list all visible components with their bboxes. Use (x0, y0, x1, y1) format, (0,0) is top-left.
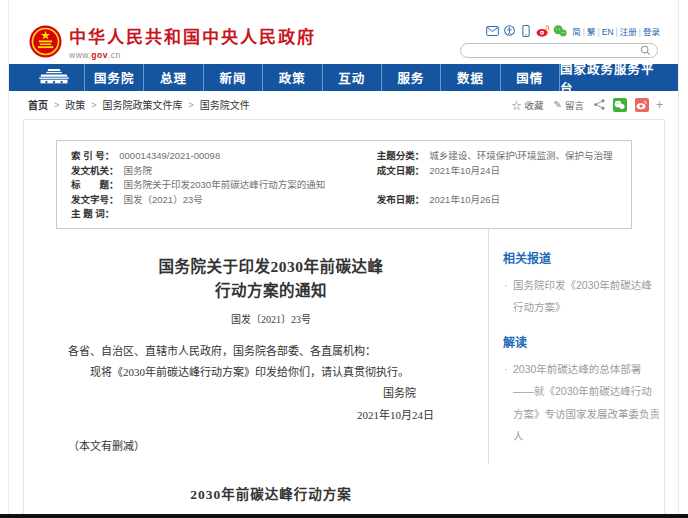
meta-row-issuer: 发文机关：国务院 (71, 164, 377, 179)
related-report-link[interactable]: 国务院印发《2030年前碳达峰行动方案》 (503, 274, 660, 319)
nav-item-gov-service-platform[interactable]: 国家政务服务平台 (560, 64, 665, 91)
url-gov: gov (91, 50, 108, 60)
document-title: 国务院关于印发2030年前碳达峰 行动方案的通知 (68, 255, 474, 303)
comment-button[interactable]: ✎ 留言 (554, 98, 584, 112)
tiananmen-icon (37, 68, 71, 87)
breadcrumb-policy[interactable]: 政策 (65, 97, 85, 112)
breadcrumb-separator: > (91, 100, 96, 110)
meta-doc-number-value: 国发（2021）23号 (124, 193, 203, 208)
star-icon: ☆ (512, 97, 522, 112)
wechat-icon[interactable] (553, 24, 567, 37)
window-bottom-edge (0, 514, 688, 518)
nav-item-state-council[interactable]: 国务院 (85, 64, 144, 91)
document-sign-date: 2021年10月24日 (68, 405, 474, 426)
meta-row-doc-number: 发文字号：国发（2021）23号 (71, 193, 377, 208)
meta-left-column: 索 引 号：000014349/2021-00098 发文机关：国务院 标 题：… (71, 149, 377, 222)
interpretation-link[interactable]: 2030年前碳达峰的总体部署——就《2030年前碳达峰行动方案》专访国家发展改革… (503, 358, 660, 448)
document-addressees: 各省、自治区、直辖市人民政府，国务院各部委、各直属机构： (68, 341, 474, 362)
lang-english[interactable]: EN (602, 27, 614, 37)
document-meta-box: 索 引 号：000014349/2021-00098 发文机关：国务院 标 题：… (56, 140, 632, 229)
site-header: 中华人民共和国中央人民政府 www.gov.cn (9, 0, 678, 64)
doc-toolbar: ☆ 收藏 ✎ 留言 + (502, 97, 663, 112)
meta-publish-date-value: 2021年10月26日 (429, 193, 500, 208)
meta-row-publish-date: 发布日期：2021年10月26日 (377, 193, 617, 208)
meta-title-value: 国务院关于印发2030年前碳达峰行动方案的通知 (124, 178, 326, 193)
nav-item-services[interactable]: 服务 (382, 64, 441, 91)
breadcrumb-policy-library[interactable]: 国务院政策文件库 (103, 97, 183, 112)
lang-separator: | (616, 27, 618, 37)
accessibility-icon[interactable] (502, 24, 516, 37)
meta-row-title: 标 题：国务院关于印发2030年前碳达峰行动方案的通知 (71, 178, 377, 193)
breadcrumb-state-council-docs[interactable]: 国务院文件 (200, 97, 250, 112)
nav-item-news[interactable]: 新闻 (204, 64, 263, 91)
breadcrumb-separator: > (54, 100, 59, 110)
document-title-line1: 国务院关于印发2030年前碳达峰 (68, 255, 474, 279)
main-nav: 国务院 总理 新闻 政策 互动 服务 数据 国情 国家政务服务平台 (9, 64, 678, 91)
nav-item-policy[interactable]: 政策 (263, 64, 322, 91)
meta-right-column: 主题分类：城乡建设、环境保护\环境监测、保护与治理 成文日期：2021年10月2… (377, 149, 617, 222)
search-input[interactable] (467, 45, 640, 57)
search-icon[interactable] (640, 45, 651, 56)
meta-index-value: 000014349/2021-00098 (119, 149, 220, 164)
mobile-app-icon[interactable] (519, 24, 533, 37)
site-url: www.gov.cn (69, 50, 316, 60)
meta-issuer-value: 国务院 (124, 164, 153, 179)
brand-text: 中华人民共和国中央人民政府 www.gov.cn (69, 23, 316, 60)
more-share-button[interactable]: + (656, 98, 663, 112)
browser-page: 中华人民共和国中央人民政府 www.gov.cn (8, 0, 679, 514)
document-body-wrap: 国务院关于印发2030年前碳达峰 行动方案的通知 国发〔2021〕23号 各省、… (24, 229, 664, 518)
wechat-share-icon[interactable] (613, 98, 627, 112)
lang-links: 简|繁|EN|注册|登录 (572, 25, 660, 37)
weibo-share-icon[interactable] (635, 98, 649, 112)
document-title-line2: 行动方案的通知 (68, 279, 474, 303)
document-signer: 国务院 (68, 383, 474, 404)
site-title: 中华人民共和国中央人民政府 (69, 23, 316, 48)
share-icon[interactable] (594, 99, 605, 110)
related-reports-heading: 相关报道 (503, 249, 660, 266)
national-emblem-logo (29, 25, 62, 58)
nav-item-data[interactable]: 数据 (441, 64, 500, 91)
meta-row-category: 主题分类：城乡建设、环境保护\环境监测、保护与治理 (377, 149, 617, 164)
document-main: 国务院关于印发2030年前碳达峰 行动方案的通知 国发〔2021〕23号 各省、… (32, 229, 488, 518)
lang-separator: | (598, 27, 600, 37)
header-right: 简|繁|EN|注册|登录 (460, 24, 660, 58)
document-paragraph: 现将《2030年前碳达峰行动方案》印发给你们，请认真贯彻执行。 (68, 362, 474, 383)
site-search-box[interactable] (460, 43, 658, 58)
action-plan-title: 2030年前碳达峰行动方案 (68, 483, 474, 503)
url-www: www. (69, 50, 91, 60)
interpretation-heading: 解读 (503, 333, 660, 350)
nav-item-premier[interactable]: 总理 (144, 64, 203, 91)
login-link[interactable]: 登录 (643, 27, 660, 37)
favorite-button[interactable]: ☆ 收藏 (512, 97, 544, 112)
meta-category-value: 城乡建设、环境保护\环境监测、保护与治理 (429, 149, 612, 164)
lang-separator: | (583, 27, 585, 37)
nav-home-tiananmen[interactable] (23, 64, 85, 91)
quick-links-row: 简|繁|EN|注册|登录 (460, 24, 660, 37)
comment-label: 留言 (565, 98, 584, 112)
related-sidebar: 相关报道 国务院印发《2030年前碳达峰行动方案》 解读 2030年前碳达峰的总… (488, 229, 664, 464)
meta-row-index: 索 引 号：000014349/2021-00098 (71, 149, 377, 164)
lang-simplified[interactable]: 简 (572, 27, 581, 37)
meta-row-written-date: 成文日期：2021年10月24日 (377, 164, 617, 179)
document-abridged-note: （本文有删减） (68, 436, 474, 457)
mail-icon[interactable] (485, 24, 499, 37)
lang-traditional[interactable]: 繁 (587, 27, 596, 37)
url-cn: .cn (108, 50, 121, 60)
pencil-icon: ✎ (554, 99, 562, 110)
lang-separator: | (639, 27, 641, 37)
nav-item-national-conditions[interactable]: 国情 (501, 64, 560, 91)
document-number: 国发〔2021〕23号 (68, 311, 474, 326)
meta-spacer (377, 178, 617, 193)
meta-row-keywords: 主 题 词： (71, 207, 377, 222)
breadcrumb-home[interactable]: 首页 (28, 97, 48, 112)
site-brand[interactable]: 中华人民共和国中央人民政府 www.gov.cn (29, 23, 316, 60)
nav-item-interaction[interactable]: 互动 (323, 64, 382, 91)
register-link[interactable]: 注册 (620, 27, 637, 37)
meta-written-date-value: 2021年10月24日 (429, 164, 500, 179)
favorite-label: 收藏 (525, 98, 544, 112)
breadcrumb-separator: > (189, 100, 194, 110)
weibo-icon[interactable] (536, 24, 550, 37)
document-card: 索 引 号：000014349/2021-00098 发文机关：国务院 标 题：… (23, 119, 665, 518)
